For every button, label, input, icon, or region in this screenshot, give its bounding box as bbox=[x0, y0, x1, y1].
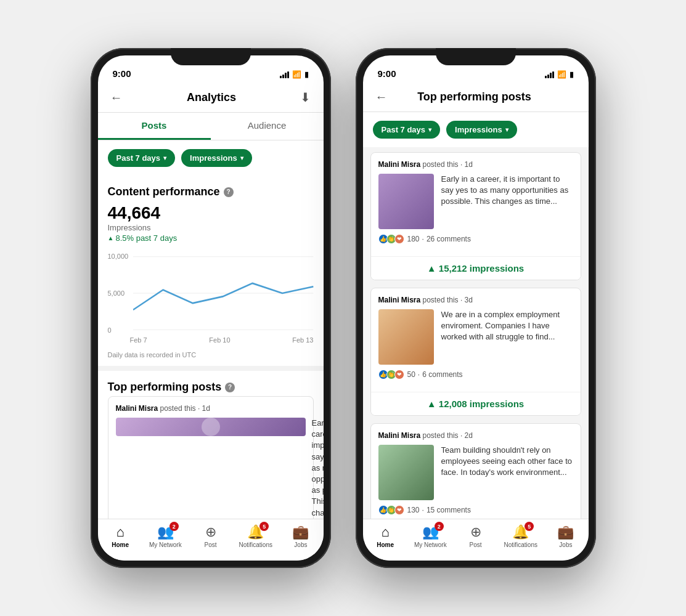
phone-notch bbox=[171, 48, 251, 65]
page-title-1: Analytics bbox=[187, 91, 236, 104]
home-label-2: Home bbox=[377, 541, 394, 548]
info-icon-1[interactable]: ? bbox=[224, 187, 234, 197]
app-header-1: ← Analytics ⬇ bbox=[98, 83, 324, 113]
comments-count-lg-3: 15 comments bbox=[427, 506, 471, 514]
chevron-icon: ▾ bbox=[163, 155, 166, 161]
jobs-label-2: Jobs bbox=[559, 541, 572, 548]
post-meta-1: Malini Misra posted this · 1d bbox=[116, 404, 306, 413]
post-time-lg-3: 2d bbox=[465, 431, 473, 440]
tabs-1: Posts Audience bbox=[98, 113, 324, 140]
wifi-icon-1: 📶 bbox=[292, 70, 301, 79]
reactions-count-lg-2: 50 bbox=[407, 370, 415, 379]
status-time-1: 9:00 bbox=[113, 68, 131, 79]
comments-count-lg-1: 26 comments bbox=[427, 235, 471, 243]
y-label-5000: 5,000 bbox=[108, 290, 129, 297]
post-time-lg-1: 1d bbox=[465, 160, 473, 169]
post-reactions-lg-1: 👍 👏 ❤ 180 · 26 comments bbox=[378, 234, 573, 244]
post-author-lg-1: Malini Misra bbox=[378, 160, 421, 169]
status-icons-1: 📶 ▮ bbox=[280, 70, 309, 79]
comments-count-lg-2: 6 comments bbox=[422, 370, 462, 379]
nav-jobs-2[interactable]: 💼 Jobs bbox=[543, 524, 588, 548]
top-posts-heading-1: Top performing posts ? bbox=[98, 371, 324, 396]
post-author-lg-2: Malini Misra bbox=[378, 296, 421, 304]
post-card-1: Malini Misra posted this · 1d Early in a… bbox=[108, 396, 314, 519]
notifications-label-1: Notifications bbox=[239, 541, 272, 548]
signal-icon-2 bbox=[545, 71, 554, 78]
nav-post-1[interactable]: ⊕ Post bbox=[188, 524, 233, 548]
filter-row-1: Past 7 days ▾ Impressions ▾ bbox=[98, 140, 324, 176]
chart-x-labels: Feb 7 Feb 10 Feb 13 bbox=[108, 336, 314, 346]
tab-posts[interactable]: Posts bbox=[98, 113, 211, 140]
nav-jobs-1[interactable]: 💼 Jobs bbox=[278, 524, 323, 548]
nav-home-2[interactable]: ⌂ Home bbox=[363, 524, 408, 548]
jobs-label-1: Jobs bbox=[294, 541, 307, 548]
notifications-badge-2: 5 bbox=[525, 522, 534, 531]
impressions-label: Impressions bbox=[98, 223, 324, 232]
post-meta-lg-1: Malini Misra posted this · 1d bbox=[378, 160, 573, 169]
post-card-lg-3: Malini Misra posted this · 2d Team build… bbox=[370, 423, 581, 519]
x-label-feb7: Feb 7 bbox=[130, 336, 147, 344]
post-icon-2: ⊕ bbox=[470, 524, 481, 540]
up-arrow-icon: ▲ bbox=[108, 235, 114, 241]
nav-notifications-1[interactable]: 🔔 5 Notifications bbox=[233, 524, 278, 548]
post-impressions-lg-1: ▲ 15,212 impressions bbox=[371, 256, 581, 280]
filter-metric-1[interactable]: Impressions ▾ bbox=[181, 149, 252, 167]
nav-home-1[interactable]: ⌂ Home bbox=[98, 524, 143, 548]
post-meta-lg-3: Malini Misra posted this · 2d bbox=[378, 431, 573, 440]
post-meta-lg-2: Malini Misra posted this · 3d bbox=[378, 296, 573, 304]
network-badge-1: 2 bbox=[169, 522, 179, 531]
nav-notifications-2[interactable]: 🔔 5 Notifications bbox=[498, 524, 543, 548]
post-text-lg-2: We are in a complex employment enviromen… bbox=[441, 309, 573, 365]
reaction-icons-lg-2: 👍 👏 ❤ bbox=[378, 370, 402, 379]
nav-network-2[interactable]: 👥 2 My Network bbox=[408, 524, 453, 548]
post-thumbnail-lg-1 bbox=[378, 174, 434, 229]
filter-period-1[interactable]: Past 7 days ▾ bbox=[108, 149, 176, 167]
post-card-lg-2: Malini Misra posted this · 3d We are in … bbox=[370, 288, 581, 416]
status-icons-2: 📶 ▮ bbox=[545, 70, 574, 79]
back-button-1[interactable]: ← bbox=[110, 91, 123, 105]
content-performance-heading: Content performance ? bbox=[98, 176, 324, 201]
post-text-1: Early in a career, it is important to sa… bbox=[312, 418, 324, 519]
wifi-icon-2: 📶 bbox=[557, 70, 566, 79]
y-label-0: 0 bbox=[108, 326, 129, 334]
download-button-1[interactable]: ⬇ bbox=[300, 90, 311, 105]
bottom-nav-2: ⌂ Home 👥 2 My Network ⊕ Post 🔔 5 Notific bbox=[363, 519, 589, 561]
nav-network-1[interactable]: 👥 2 My Network bbox=[143, 524, 188, 548]
nav-post-2[interactable]: ⊕ Post bbox=[453, 524, 498, 548]
post-card-lg-1: Malini Misra posted this · 1d Early in a… bbox=[370, 152, 581, 280]
jobs-icon-2: 💼 bbox=[557, 524, 574, 540]
filter-metric-2[interactable]: Impressions ▾ bbox=[446, 121, 517, 139]
home-icon-1: ⌂ bbox=[116, 524, 124, 540]
love-icon-lg-2: ❤ bbox=[394, 370, 404, 379]
network-badge-2: 2 bbox=[435, 522, 444, 531]
chart-area-1: 10,000 5,000 0 bbox=[98, 250, 324, 349]
impressions-number: 44,664 bbox=[98, 201, 324, 223]
chevron-icon-3: ▾ bbox=[428, 126, 431, 133]
phone-1: 9:00 📶 ▮ ← Analytics ⬇ Posts Audience bbox=[91, 48, 331, 568]
post-label-2: Post bbox=[470, 541, 482, 548]
tab-audience[interactable]: Audience bbox=[211, 113, 324, 140]
reactions-count-lg-1: 180 bbox=[407, 235, 420, 243]
post-content-row-lg-1: Early in a career, it is important to sa… bbox=[378, 174, 573, 229]
post-time-1: 1d bbox=[202, 404, 210, 413]
love-icon-lg-1: ❤ bbox=[394, 234, 404, 244]
chart-note: Daily data is recorded in UTC bbox=[98, 349, 324, 366]
info-icon-2[interactable]: ? bbox=[225, 383, 235, 392]
chart-svg bbox=[133, 250, 313, 336]
post-reactions-lg-3: 👍 👏 ❤ 130 · 15 comments bbox=[378, 505, 573, 515]
chevron-icon-4: ▾ bbox=[505, 126, 508, 133]
chevron-icon-2: ▾ bbox=[240, 155, 243, 161]
phone-notch-2 bbox=[436, 48, 516, 65]
back-button-2[interactable]: ← bbox=[375, 90, 388, 104]
impressions-change: ▲ 8.5% past 7 days bbox=[98, 232, 324, 250]
reactions-count-lg-3: 130 bbox=[407, 506, 420, 514]
post-content-row-lg-2: We are in a complex employment enviromen… bbox=[378, 309, 573, 365]
scroll-area-1: Past 7 days ▾ Impressions ▾ Content perf… bbox=[98, 140, 324, 519]
reaction-icons-lg-1: 👍 👏 ❤ bbox=[378, 234, 402, 244]
love-icon-lg-3: ❤ bbox=[394, 505, 404, 515]
home-label-1: Home bbox=[112, 541, 129, 548]
notifications-label-2: Notifications bbox=[504, 541, 537, 548]
network-label-2: My Network bbox=[414, 541, 447, 548]
post-time-lg-2: 3d bbox=[465, 296, 473, 304]
filter-period-2[interactable]: Past 7 days ▾ bbox=[373, 121, 441, 139]
